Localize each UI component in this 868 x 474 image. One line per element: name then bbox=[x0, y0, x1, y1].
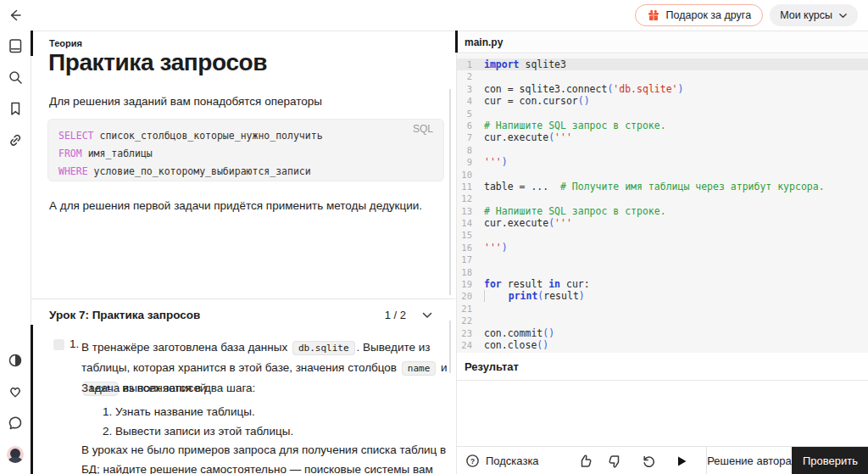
task-step: Вывести записи из этой таблицы. bbox=[115, 421, 293, 441]
code-line[interactable]: 1import sqlite3 bbox=[457, 59, 868, 70]
code-line[interactable]: 16''') bbox=[457, 242, 868, 254]
check-button[interactable]: Проверить bbox=[792, 447, 868, 474]
user-avatar[interactable] bbox=[7, 446, 24, 463]
back-button[interactable] bbox=[7, 6, 25, 25]
sidebar-item-feedback[interactable] bbox=[7, 415, 24, 432]
code-language-label: SQL bbox=[413, 123, 433, 135]
task-right-scrollbar[interactable] bbox=[449, 321, 451, 373]
gift-button-label: Подарок за друга bbox=[666, 9, 752, 21]
result-label: Результат bbox=[465, 360, 519, 373]
editor-tabbar: main.py bbox=[457, 31, 868, 53]
task-note: В уроках не было примеров запроса для по… bbox=[81, 440, 455, 474]
inline-code-chip: name bbox=[402, 361, 437, 376]
dislike-button[interactable] bbox=[606, 451, 626, 471]
editor-actionbar: ? Подсказка Решение автора Проверить bbox=[457, 446, 868, 474]
question-circle-icon: ? bbox=[465, 454, 480, 468]
inline-code-chip: db.sqlite bbox=[292, 341, 355, 355]
gift-icon bbox=[647, 8, 660, 22]
back-arrow-icon bbox=[7, 7, 25, 24]
theory-right-scrollbar[interactable] bbox=[449, 89, 451, 295]
run-code-button[interactable] bbox=[674, 451, 694, 471]
code-line[interactable]: 20 print(result) bbox=[457, 290, 868, 302]
thumbs-up-icon bbox=[577, 453, 598, 470]
theory-panel: Теория Практика запросов Для решения зад… bbox=[31, 31, 455, 298]
chevron-down-icon bbox=[838, 11, 848, 20]
code-editor[interactable]: 1import sqlite323con = sqlite3.connect('… bbox=[457, 54, 868, 353]
play-icon bbox=[674, 454, 694, 469]
code-line[interactable]: 8 bbox=[457, 144, 868, 156]
chevron-down-icon bbox=[421, 309, 437, 321]
code-line[interactable]: 23con.commit() bbox=[457, 327, 868, 339]
lesson-collapse-button[interactable] bbox=[421, 308, 437, 323]
code-line[interactable]: 12 bbox=[457, 192, 868, 204]
sql-code: SELECT список_столбцов_которые_нужно_пол… bbox=[58, 127, 323, 181]
code-line[interactable]: 5 bbox=[457, 108, 868, 120]
code-line[interactable]: 9''') bbox=[457, 156, 868, 168]
gift-for-friend-button[interactable]: Подарок за друга bbox=[635, 4, 764, 26]
link-icon bbox=[7, 131, 24, 148]
code-line[interactable]: 4cur = con.cursor() bbox=[457, 95, 868, 107]
tab-main-py[interactable]: main.py bbox=[465, 31, 503, 53]
avatar-figure-body bbox=[8, 457, 22, 463]
code-line[interactable]: 24con.close() bbox=[457, 339, 868, 351]
hint-label: Подсказка bbox=[486, 454, 539, 467]
task-steps: Узнать название таблицы.Вывести записи и… bbox=[100, 402, 293, 441]
task-number: 1. bbox=[70, 337, 79, 350]
editor-scroll-thumb[interactable] bbox=[455, 31, 458, 53]
lesson-panel: Урок 7: Практика запросов 1 / 2 1. В тре… bbox=[31, 298, 455, 474]
code-line[interactable]: 15 bbox=[457, 229, 868, 241]
code-line[interactable]: 6# Напишите SQL запрос в строке. bbox=[457, 120, 868, 131]
lesson-title: Урок 7: Практика запросов bbox=[49, 309, 200, 321]
hint-button[interactable]: ? Подсказка bbox=[457, 454, 539, 468]
code-line[interactable]: 10 bbox=[457, 169, 868, 181]
code-line[interactable]: 21 bbox=[457, 303, 868, 315]
code-line[interactable]: 22 bbox=[457, 315, 868, 326]
code-line[interactable]: 17 bbox=[457, 254, 868, 265]
thumbs-down-icon bbox=[606, 453, 626, 470]
theory-intro-text: Для решения заданий вам понадобятся опер… bbox=[49, 95, 322, 108]
code-line[interactable]: 18 bbox=[457, 266, 868, 278]
task-step: Узнать название таблицы. bbox=[115, 402, 293, 421]
like-button[interactable] bbox=[577, 451, 598, 471]
bookmark-icon bbox=[7, 100, 24, 117]
sidebar-item-links[interactable] bbox=[7, 131, 24, 148]
sql-example-block: SQL SELECT список_столбцов_которые_нужно… bbox=[47, 119, 444, 181]
sidebar-item-favorites[interactable] bbox=[7, 383, 24, 400]
search-icon bbox=[7, 69, 24, 86]
author-solution-button[interactable]: Решение автора bbox=[706, 447, 792, 474]
chat-icon bbox=[7, 415, 24, 432]
heart-icon bbox=[7, 383, 24, 400]
theory-outro-text: А для решения первой задачи придётся при… bbox=[49, 199, 422, 212]
code-line[interactable]: 2 bbox=[457, 70, 868, 82]
task-scroll-thumb[interactable] bbox=[31, 325, 33, 474]
theory-scroll-thumb[interactable] bbox=[31, 31, 33, 56]
topbar: Подарок за друга Мои курсы bbox=[0, 0, 868, 31]
theory-section-label: Теория bbox=[49, 38, 82, 48]
my-courses-button[interactable]: Мои курсы bbox=[770, 4, 858, 26]
reset-code-button[interactable] bbox=[640, 451, 660, 471]
svg-text:?: ? bbox=[470, 457, 475, 466]
task-checkbox[interactable] bbox=[53, 339, 64, 350]
code-line[interactable]: 11table = ... # Получите имя таблицы чер… bbox=[457, 181, 868, 192]
pagination: 1 / 2 bbox=[385, 309, 406, 321]
result-header: Результат bbox=[457, 353, 868, 381]
sidebar-item-search[interactable] bbox=[7, 69, 24, 86]
sidebar bbox=[0, 31, 31, 474]
book-icon bbox=[7, 37, 24, 54]
result-output-area bbox=[457, 381, 868, 446]
contrast-icon bbox=[7, 352, 24, 369]
task-steps-label: Задача выполняется в два шага: bbox=[81, 382, 255, 394]
code-line[interactable]: 19for result in cur: bbox=[457, 278, 868, 290]
code-line[interactable]: 3con = sqlite3.connect('db.sqlite') bbox=[457, 83, 868, 95]
topbar-actions: Подарок за друга Мои курсы bbox=[635, 4, 858, 26]
sidebar-item-bookmarks[interactable] bbox=[7, 100, 24, 117]
sidebar-item-theme-toggle[interactable] bbox=[7, 352, 24, 369]
sidebar-item-course-book[interactable] bbox=[7, 37, 24, 54]
my-courses-label: Мои курсы bbox=[780, 9, 832, 21]
editor-panel: main.py 1import sqlite323con = sqlite3.c… bbox=[456, 31, 868, 474]
code-line[interactable]: 13# Напишите SQL запрос в строке. bbox=[457, 205, 868, 217]
page-title: Практика запросов bbox=[48, 49, 267, 76]
reset-icon bbox=[640, 453, 660, 470]
code-line[interactable]: 7cur.execute(''' bbox=[457, 131, 868, 143]
code-line[interactable]: 14cur.execute(''' bbox=[457, 217, 868, 229]
